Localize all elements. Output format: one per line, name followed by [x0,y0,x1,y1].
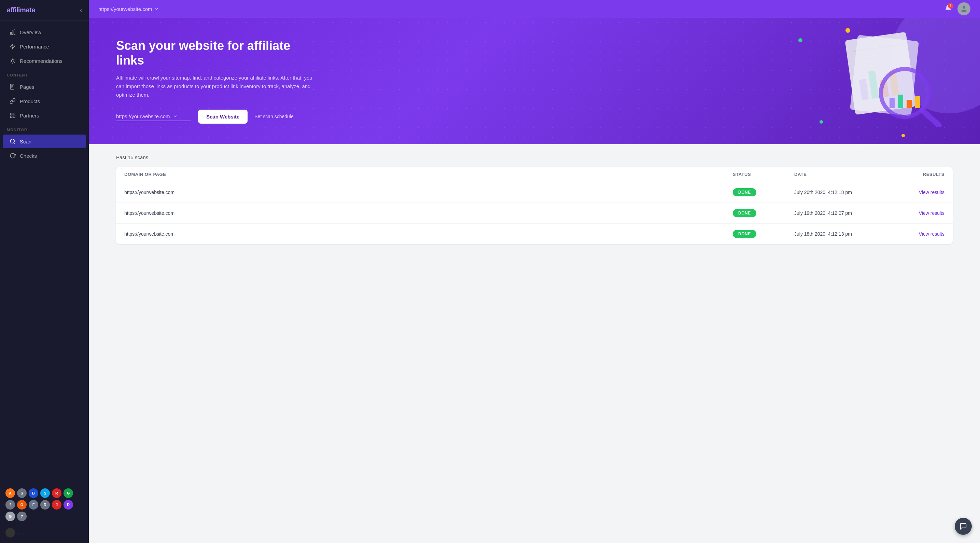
search-icon [10,138,16,145]
set-scan-schedule-link[interactable]: Set scan schedule [255,114,293,119]
svg-line-34 [923,111,939,125]
col-header-status: Status [733,172,794,177]
bottom-icon-circle [5,528,15,538]
partner-icon-r2[interactable]: R [40,500,50,510]
view-results-link[interactable]: View results [919,210,945,216]
results-section-title: Past 15 scans [116,154,953,160]
grid-icon [10,112,16,118]
svg-point-20 [10,139,14,143]
refresh-icon [10,153,16,159]
partner-icon-jp[interactable]: J [52,500,62,510]
chat-bubble-button[interactable] [955,518,972,535]
sidebar-item-recommendations[interactable]: Recommendations [3,54,86,68]
link-icon [10,98,16,104]
app-logo: affilimate [7,6,35,14]
table-row: https://yourwebsite.com DONE July 18th 2… [116,224,953,244]
scans-table: Domain or Page Status Date Results https… [116,167,953,244]
scan-status: DONE [733,209,794,217]
topbar-right-controls: 1 [945,2,970,15]
status-badge: DONE [733,188,756,196]
illustration-svg [830,25,946,127]
partner-icon-skim[interactable]: S [40,488,50,498]
table-row: https://yourwebsite.com DONE July 20th 2… [116,182,953,203]
sidebar-item-overview[interactable]: Overview [3,25,86,39]
hero-illustration [830,25,946,128]
sidebar-item-scan[interactable]: Scan [3,135,86,148]
sidebar-item-pages[interactable]: Pages [3,80,86,94]
sidebar-bottom: ··· [0,525,89,543]
monitor-section-label: MONITOR [0,123,89,134]
view-results-link[interactable]: View results [919,189,945,195]
partner-icon-purple[interactable]: D [64,500,73,510]
partner-icon-amazon[interactable]: A [5,488,15,498]
chat-icon [959,522,967,530]
sidebar-item-label: Pages [20,84,35,90]
sun-icon [10,58,16,64]
scan-domain: https://yourwebsite.com [124,210,733,216]
results-section: Past 15 scans Domain or Page Status Date… [89,144,980,543]
main-content: https://yourwebsite.com 1 Scan your webs… [89,0,980,543]
scan-status: DONE [733,188,794,196]
lightning-icon [10,43,16,49]
sidebar-item-label: Products [20,98,40,104]
svg-rect-38 [915,96,920,108]
status-badge: DONE [733,209,756,217]
svg-line-6 [11,59,11,59]
view-results-link[interactable]: View results [919,231,945,237]
hero-dot-teal [798,38,802,42]
scan-date: July 20th 2020, 4:12:18 pm [794,189,883,195]
document-icon [10,84,16,90]
svg-rect-0 [10,32,11,35]
topbar-url-selector[interactable]: https://yourwebsite.com [98,6,159,12]
partner-icon-red[interactable]: R [52,488,62,498]
partner-icon-help1[interactable]: ? [5,500,15,510]
svg-rect-1 [12,31,13,35]
scan-date: July 19th 2020, 4:12:07 pm [794,210,883,216]
svg-point-3 [11,59,14,62]
chevron-down-icon [173,114,178,118]
svg-rect-37 [907,100,912,108]
hero-section: Scan your website for affiliate links Af… [89,18,980,144]
sidebar-item-label: Performance [20,44,49,49]
partner-icon-help2[interactable]: ? [17,511,27,521]
partner-icon-green[interactable]: G [64,488,73,498]
col-header-date: Date [794,172,883,177]
svg-rect-17 [13,113,15,115]
hero-title: Scan your website for affiliate links [116,38,321,68]
svg-point-22 [963,6,965,8]
hero-url-dropdown[interactable]: https://yourwebsite.com [116,112,191,121]
sidebar-item-label: Partners [20,113,39,118]
more-dots[interactable]: ··· [18,529,25,537]
sidebar-item-performance[interactable]: Performance [3,40,86,53]
partner-icon-bold[interactable]: B [29,488,38,498]
hero-dot-teal2 [819,120,823,124]
hero-url-text: https://yourwebsite.com [116,113,170,119]
sidebar-item-label: Scan [20,139,32,145]
notification-badge: 1 [948,3,953,8]
chevron-down-icon [154,6,159,11]
partner-icon-gray[interactable]: G [5,511,15,521]
sidebar-item-checks[interactable]: Checks [3,149,86,162]
svg-rect-2 [14,30,15,35]
sidebar-item-partners[interactable]: Partners [3,108,86,122]
svg-rect-16 [10,113,12,115]
notification-bell[interactable]: 1 [945,5,952,13]
partner-icon-orange[interactable]: O [17,500,27,510]
sidebar: affilimate ‹ Overview Performance Recomm… [0,0,89,543]
svg-rect-19 [13,116,15,118]
partner-icon-s1[interactable]: S [17,488,27,498]
sidebar-nav: Overview Performance Recommendations CON… [0,21,89,167]
scan-website-button[interactable]: Scan Website [198,110,248,124]
sidebar-item-label: Checks [20,153,37,159]
topbar-url-text: https://yourwebsite.com [98,6,152,12]
user-avatar[interactable] [958,2,970,15]
partner-icon-f[interactable]: F [29,500,38,510]
bar-chart-icon [10,29,16,35]
svg-rect-18 [10,116,12,118]
sidebar-item-label: Overview [20,29,41,35]
scan-domain: https://yourwebsite.com [124,189,733,195]
sidebar-collapse-button[interactable]: ‹ [80,6,82,14]
sidebar-item-products[interactable]: Products [3,94,86,108]
scan-domain: https://yourwebsite.com [124,231,733,237]
table-row: https://yourwebsite.com DONE July 19th 2… [116,203,953,224]
